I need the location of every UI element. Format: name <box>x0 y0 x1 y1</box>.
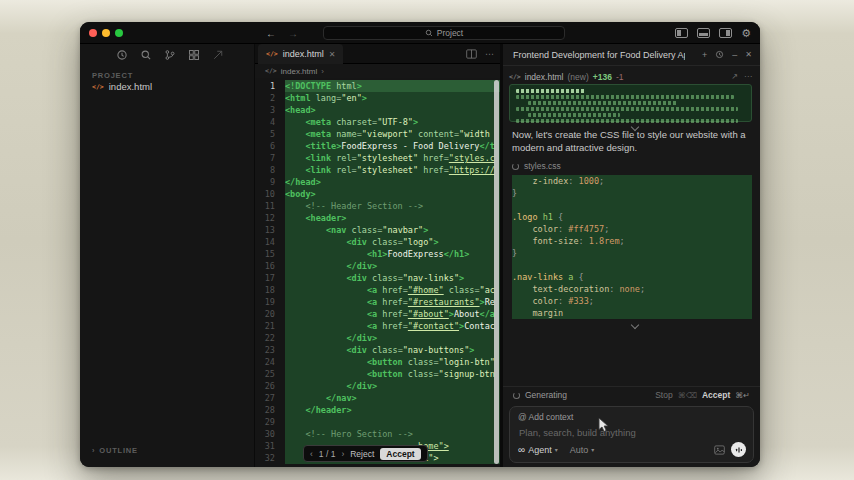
diff-preview-row <box>516 95 734 99</box>
code-line: 19 <a href="#restaurants">Re <box>255 296 500 308</box>
open-file-icon[interactable]: ↗ <box>731 72 738 81</box>
toggle-right-panel-icon[interactable] <box>719 28 732 38</box>
history-forward-icon[interactable]: → <box>288 28 298 39</box>
chat-input-placeholder: Plan, search, build anything <box>519 427 636 438</box>
editor-window: ← → Project ⚙ <box>80 22 760 467</box>
model-select[interactable]: Auto ▾ <box>570 445 595 455</box>
history-back-icon[interactable]: ← <box>266 28 276 39</box>
code-line: 16 </div> <box>255 260 500 272</box>
stop-button[interactable]: Stop <box>655 390 673 400</box>
settings-gear-icon[interactable]: ⚙ <box>741 28 751 39</box>
html-file-icon: </> <box>92 83 104 91</box>
close-tab-icon[interactable]: ✕ <box>329 50 336 59</box>
sidebar-item-index-html[interactable]: </> index.html <box>92 81 152 92</box>
generating-label: Generating <box>525 390 567 400</box>
code-line: 28 </header> <box>255 404 500 416</box>
minimize-icon[interactable]: – <box>732 50 737 60</box>
code-line: 17 <div class="nav-links"> <box>255 272 500 284</box>
project-search-label: Project <box>437 28 463 38</box>
toggle-bottom-panel-icon[interactable] <box>697 28 710 38</box>
history-icon[interactable] <box>116 49 128 61</box>
project-section-label[interactable]: PROJECT <box>92 71 133 80</box>
extensions-icon[interactable] <box>188 49 200 61</box>
project-sidebar: PROJECT </> index.html › OUTLINE <box>80 44 255 467</box>
scroll-down-chevron-icon[interactable] <box>630 321 638 329</box>
outline-section-header[interactable]: › OUTLINE <box>92 446 138 455</box>
code-line: 20 <a href="#about">About</a <box>255 308 500 320</box>
chat-code-block: styles.css z-index: 1000;}.logo h1 { col… <box>512 160 752 319</box>
new-chat-icon[interactable]: + <box>702 50 707 60</box>
code-line: 12 <header> <box>255 212 500 224</box>
diff-preview-row <box>516 89 586 93</box>
project-search-input[interactable]: Project <box>323 26 565 40</box>
titlebar: ← → Project ⚙ <box>80 22 760 44</box>
voice-input-button[interactable] <box>731 442 746 457</box>
code-line: 15 <h1>FoodExpress</h1> <box>255 248 500 260</box>
next-diff-icon[interactable]: › <box>341 449 344 459</box>
agent-chat-panel: Frontend Development for Food Delivery A… <box>500 44 760 467</box>
window-traffic-lights <box>89 29 123 37</box>
code-line <box>512 259 752 271</box>
prev-diff-icon[interactable]: ‹ <box>310 449 313 459</box>
history-icon[interactable] <box>715 50 724 59</box>
chevron-down-icon: ▾ <box>591 446 594 453</box>
source-control-icon[interactable] <box>164 49 176 61</box>
diff-preview-row <box>528 101 678 105</box>
accept-all-button[interactable]: Accept <box>702 390 730 400</box>
code-line: 10<body> <box>255 188 500 200</box>
diff-deletions: -1 <box>616 72 624 82</box>
code-line: } <box>512 187 752 199</box>
code-line: 13 <nav class="navbar"> <box>255 224 500 236</box>
spinner-icon <box>512 163 519 170</box>
breadcrumb[interactable]: </> index.html › <box>255 64 500 78</box>
code-line: 25 <button class="signup-btn <box>255 368 500 380</box>
split-editor-icon[interactable] <box>466 49 477 59</box>
outline-label: OUTLINE <box>99 446 138 455</box>
toggle-left-panel-icon[interactable] <box>675 28 688 38</box>
code-line: 14 <div class="logo"> <box>255 236 500 248</box>
close-icon[interactable]: ✕ <box>745 50 752 59</box>
accept-button[interactable]: Accept <box>380 448 420 460</box>
diff-preview <box>509 84 752 122</box>
tab-index-html[interactable]: </> index.html ✕ <box>258 44 343 64</box>
infinity-icon: ∞ <box>518 444 525 455</box>
reject-button[interactable]: Reject <box>350 449 374 459</box>
html-file-icon: </> <box>266 50 278 58</box>
diff-file-name: index.html <box>525 72 564 82</box>
code-line: font-size: 1.8rem; <box>512 235 752 247</box>
diff-preview-row <box>516 107 738 111</box>
zoom-window-button[interactable] <box>115 29 123 37</box>
code-line: } <box>512 247 752 259</box>
search-icon <box>425 29 433 37</box>
chat-input-box[interactable]: @ Add context Plan, search, build anythi… <box>509 406 754 463</box>
code-line: 30 <!-- Hero Section --> <box>255 428 500 440</box>
diff-counter: 1 / 1 <box>319 449 336 459</box>
chat-header: Frontend Development for Food Delivery A… <box>503 44 760 66</box>
more-actions-icon[interactable]: ⋯ <box>485 49 494 59</box>
code-line: 8 <link rel="stylesheet" href="https:// <box>255 164 500 176</box>
chevron-right-icon: › <box>321 67 324 76</box>
tab-label: index.html <box>283 49 324 59</box>
diff-preview-row <box>528 113 620 117</box>
editor-code[interactable]: 1<!DOCTYPE html>2<html lang="en">3<head>… <box>255 78 500 467</box>
more-actions-icon[interactable]: ⋯ <box>744 72 752 81</box>
attach-image-icon[interactable] <box>714 445 725 455</box>
editor-scrollbar[interactable] <box>494 80 499 464</box>
code-line: 26 </div> <box>255 380 500 392</box>
chevron-right-icon: › <box>92 446 95 455</box>
code-line: 27 </nav> <box>255 392 500 404</box>
search-icon[interactable] <box>140 49 152 61</box>
file-name-label: index.html <box>109 81 152 92</box>
accept-shortcut: ⌘↵ <box>735 391 750 400</box>
code-line: 1<!DOCTYPE html> <box>255 80 500 92</box>
add-context-button[interactable]: @ Add context <box>518 412 573 422</box>
diagnostics-icon[interactable] <box>212 49 224 61</box>
code-line: margin <box>512 307 752 319</box>
code-line: 18 <a href="#home" class="ac <box>255 284 500 296</box>
minimize-window-button[interactable] <box>102 29 110 37</box>
mouse-cursor <box>598 418 611 433</box>
code-line: 7 <link rel="stylesheet" href="styles.c <box>255 152 500 164</box>
agent-mode-select[interactable]: ∞ Agent ▾ <box>518 444 558 455</box>
diff-summary-card[interactable]: </> index.html (new) +136 -1 ↗ ⋯ <box>509 70 752 122</box>
close-window-button[interactable] <box>89 29 97 37</box>
